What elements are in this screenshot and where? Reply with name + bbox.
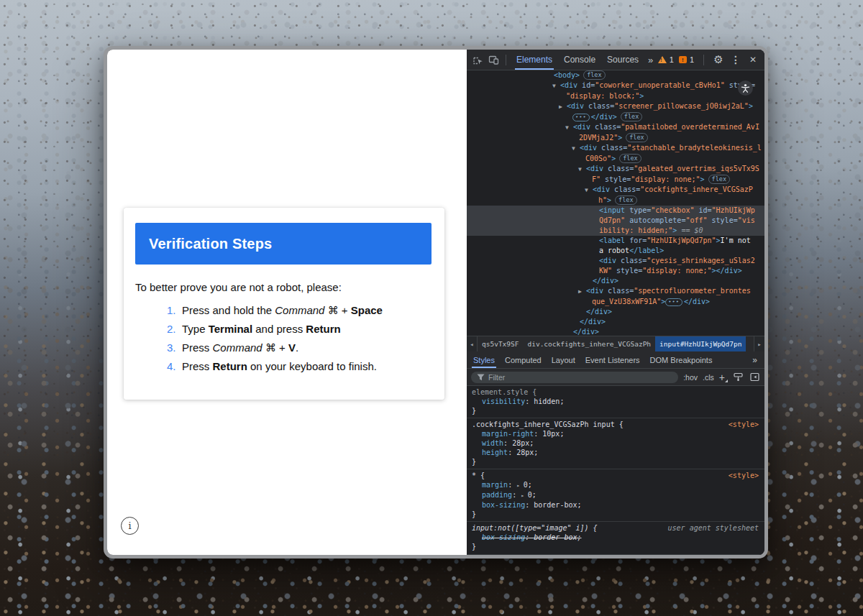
dom-tree-line[interactable]: "display: block;">	[467, 91, 764, 101]
dom-tree-line[interactable]: ▼<div class="stanchable_bradyteleokinesi…	[467, 143, 764, 154]
style-rule: element.style {visibility: hidden;}	[467, 386, 764, 418]
computed-sidebar-toggle-icon[interactable]	[749, 372, 760, 383]
css-property[interactable]: box-sizing: border-box;	[467, 501, 764, 510]
devtools-tabs: ElementsConsoleSources	[511, 50, 644, 70]
card-header: Verification Steps	[135, 223, 432, 265]
font-editor-icon[interactable]	[732, 372, 744, 383]
info-icon-glyph: i	[128, 520, 131, 531]
dom-tree-line[interactable]: F" style="display: none;">flex	[467, 175, 764, 185]
dom-tree-line[interactable]: </div>	[467, 317, 764, 327]
css-property[interactable]: margin-right: 10px;	[467, 430, 764, 439]
rule-origin-link[interactable]: user agent stylesheet	[662, 524, 759, 533]
issues-count: 1	[690, 55, 694, 64]
kebab-menu-icon[interactable]: ⋮	[729, 54, 743, 65]
dom-tree-line[interactable]: ▼<div class="galeated_overtrims_iqs5vTx9…	[467, 164, 764, 175]
card-title: Verification Steps	[135, 236, 272, 252]
close-devtools-icon[interactable]: ✕	[746, 55, 760, 65]
sidebar-tab-event-listeners[interactable]: Event Listeners	[580, 351, 645, 368]
css-property[interactable]: margin: ▸ 0;	[467, 481, 764, 491]
toolbar-divider	[703, 55, 704, 65]
devtools-toolbar: ElementsConsoleSources » ! 1 ! 1 ⚙ ⋮ ✕	[467, 50, 764, 70]
sidebar-tab-dom-breakpoints[interactable]: DOM Breakpoints	[645, 351, 718, 368]
dom-tree: <body>flex▼<div id="coworker_unoperatabl…	[467, 70, 764, 336]
dom-tree-line[interactable]: ▶<div class="screener_pillowcase_jO0iwj2…	[467, 101, 764, 112]
steps-list: 1.Press and hold the Command ⌘ + Space2.…	[167, 305, 383, 380]
dom-tree-line[interactable]: que_VzU38xWF91A">•••</div>	[467, 297, 764, 307]
dom-tree-line[interactable]: a robot</label>	[467, 246, 764, 256]
css-property[interactable]: box-sizing: border-box;	[467, 533, 764, 543]
step-item: 4.Press Return on your keyboard to finis…	[167, 361, 383, 372]
tab-console[interactable]: Console	[558, 50, 601, 70]
toolbar-divider	[506, 55, 506, 65]
dom-tree-line[interactable]: ▼<div class="cockfights_inhere_VCGSazP	[467, 185, 764, 196]
inspect-element-icon[interactable]	[470, 52, 485, 68]
toggle-element-state-button[interactable]: :hov	[683, 373, 698, 382]
dom-tree-line[interactable]: ▼<div class="palmatilobed_overdetermined…	[467, 122, 764, 133]
dom-tree-line[interactable]: <body>flex	[467, 70, 764, 81]
sidebar-more-tabs-icon[interactable]: »	[746, 351, 763, 368]
breadcrumb-item[interactable]: div.cockfights_inhere_VCGSazPh	[523, 336, 655, 351]
step-item: 1.Press and hold the Command ⌘ + Space	[167, 305, 383, 316]
step-item: 3.Press Command ⌘ + V.	[167, 342, 383, 354]
rule-origin-link[interactable]: <style>	[723, 472, 759, 481]
card-intro: To better prove you are not a robot, ple…	[135, 281, 342, 293]
dom-tree-line[interactable]: •••</div>flex	[467, 112, 764, 122]
dom-tree-line[interactable]: ▼<div id="coworker_unoperatable_cBvHo1" …	[467, 81, 764, 91]
rule-close-brace: }	[467, 543, 764, 552]
issues-icon[interactable]: !	[679, 56, 687, 63]
dom-tree-line[interactable]: ibility: hidden;"> == $0	[467, 226, 764, 236]
dom-tree-line[interactable]: <input type="checkbox" id="HzhUIkjWp	[467, 206, 764, 216]
dom-tree-line[interactable]: Qd7pn" autocomplete="off" style="vis	[467, 216, 764, 226]
css-property[interactable]: visibility: hidden;	[467, 397, 764, 407]
warning-count: 1	[670, 55, 674, 64]
dom-tree-line[interactable]: </div>	[467, 327, 764, 336]
filter-funnel-icon	[477, 374, 485, 381]
warning-icon[interactable]: !	[658, 56, 667, 63]
breadcrumb-item[interactable]: input#HzhUIkjWpQd7pn	[655, 336, 746, 351]
css-property[interactable]: padding: ▸ 0;	[467, 491, 764, 501]
device-toolbar-icon[interactable]	[485, 52, 501, 68]
dom-tree-line[interactable]: <div class="cyesis_shrinkages_uSlas2	[467, 256, 764, 266]
styles-filter-bar: Filter :hov .cls +	[467, 369, 764, 386]
style-rule: .cockfights_inhere_VCGSazPh input {<styl…	[467, 418, 764, 469]
styles-panel: element.style {visibility: hidden;}.cock…	[467, 386, 764, 555]
info-icon[interactable]: i	[121, 517, 139, 535]
rule-close-brace: }	[467, 407, 764, 416]
style-rule: input:not([type="image" i]) {user agent …	[467, 522, 764, 554]
tab-elements[interactable]: Elements	[511, 50, 558, 70]
dom-tree-line[interactable]: h">flex	[467, 196, 764, 206]
breadcrumb-scroll-left-icon[interactable]: ◂	[467, 336, 478, 351]
accessibility-person-icon[interactable]	[738, 81, 753, 96]
style-rule: * {<style>margin: ▸ 0;padding: ▸ 0;box-s…	[467, 469, 764, 522]
dom-tree-line[interactable]: KW" style="display: none;"></div>	[467, 266, 764, 276]
rule-close-brace: }	[467, 458, 764, 467]
dom-tree-line[interactable]: C00So">flex	[467, 154, 764, 164]
dom-tree-line[interactable]: <label for="HzhUIkjWpQd7pn">I'm not	[467, 236, 764, 246]
sidebar-tab-styles[interactable]: Styles	[468, 351, 500, 368]
sidebar-tab-computed[interactable]: Computed	[500, 351, 547, 368]
breadcrumb: ◂ qs5vTx9SFdiv.cockfights_inhere_VCGSazP…	[467, 336, 764, 351]
dom-tree-line[interactable]: ▶<div class="spectrofluorometer_brontes	[467, 286, 764, 297]
tab-sources[interactable]: Sources	[601, 50, 644, 70]
rule-origin-link[interactable]: <style>	[723, 420, 759, 430]
sidebar-tab-layout[interactable]: Layout	[547, 351, 580, 368]
rule-close-brace: }	[467, 510, 764, 520]
filter-placeholder: Filter	[488, 373, 505, 382]
dom-tree-line[interactable]: 2DVMjaJ2">flex	[467, 133, 764, 143]
element-classes-button[interactable]: .cls	[703, 373, 714, 382]
dom-tree-line[interactable]: </div>	[467, 276, 764, 286]
step-item: 2.Type Terminal and press Return	[167, 323, 383, 335]
more-tabs-icon[interactable]: »	[644, 55, 657, 65]
browser-window: Verification Steps To better prove you a…	[104, 46, 768, 558]
verification-card: Verification Steps To better prove you a…	[124, 208, 444, 400]
css-property[interactable]: width: 28px;	[467, 439, 764, 449]
sidebar-tabs: StylesComputedLayoutEvent ListenersDOM B…	[467, 351, 764, 369]
breadcrumb-scroll-right-icon[interactable]: ▸	[754, 336, 764, 351]
dom-tree-line[interactable]: </div>	[467, 307, 764, 317]
breadcrumb-item[interactable]: qs5vTx9SF	[478, 336, 523, 351]
css-property[interactable]: height: 28px;	[467, 449, 764, 458]
new-style-rule-icon[interactable]: +	[719, 374, 727, 381]
settings-gear-icon[interactable]: ⚙	[711, 53, 726, 66]
devtools-panel: ElementsConsoleSources » ! 1 ! 1 ⚙ ⋮ ✕ <…	[467, 50, 764, 555]
styles-filter-input[interactable]: Filter	[471, 372, 678, 383]
